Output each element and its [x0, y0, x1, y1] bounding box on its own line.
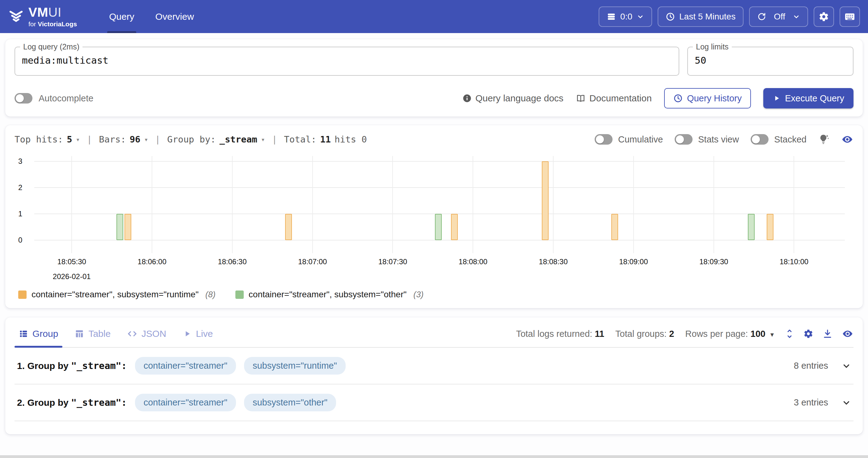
- x-gridline: [794, 156, 794, 253]
- group-row-2: 2. Group by "_stream": container="stream…: [14, 385, 854, 421]
- gear-icon: [818, 11, 829, 22]
- y-tick-label: 2: [18, 183, 22, 192]
- entries-count: 8 entries: [794, 361, 828, 371]
- victoriametrics-logo-icon: [8, 9, 24, 25]
- chevron-down-icon: [793, 13, 800, 21]
- lightbulb-sparkle-icon: [818, 134, 829, 145]
- eye-icon: [841, 133, 854, 146]
- tenant-value: 0:0: [620, 12, 632, 22]
- x-tick-label: 18:09:00: [619, 257, 648, 266]
- legend-swatch-other: [236, 291, 244, 299]
- x-tick-label: 18:06:30: [218, 257, 247, 266]
- chart-bar: [451, 214, 458, 240]
- top-hits-selector[interactable]: Top hits: 5 ▾: [14, 134, 80, 145]
- log-query-input[interactable]: [22, 55, 672, 66]
- expand-all-button[interactable]: [785, 329, 794, 338]
- x-gridline: [71, 156, 72, 253]
- tips-button[interactable]: [818, 134, 829, 145]
- separator: |: [272, 134, 277, 145]
- stream-pill[interactable]: container="streamer": [135, 357, 236, 374]
- x-tick-label: 18:08:00: [459, 257, 488, 266]
- nav-tab-query-label: Query: [109, 11, 134, 22]
- code-icon: [127, 329, 137, 339]
- bars-selector[interactable]: Bars: 96 ▾: [99, 134, 148, 145]
- x-gridline: [152, 156, 152, 253]
- group-row-1: 1. Group by "_stream": container="stream…: [14, 348, 854, 385]
- chart-bar: [285, 214, 292, 240]
- chart-panel: Top hits: 5 ▾ | Bars: 96 ▾ | Group by: _…: [5, 125, 863, 308]
- stacked-toggle[interactable]: [751, 134, 769, 145]
- unfold-icon: [785, 329, 794, 338]
- legend-item-runtime[interactable]: container="streamer", subsystem="runtime…: [18, 289, 216, 300]
- execute-query-button[interactable]: Execute Query: [763, 88, 854, 109]
- cumulative-toggle[interactable]: [595, 134, 613, 145]
- chart-plot[interactable]: 012318:05:302026-02-0118:06:0018:06:3018…: [34, 156, 845, 240]
- entries-count: 3 entries: [794, 397, 828, 408]
- time-range-value: Last 5 Minutes: [679, 12, 736, 22]
- chart-bar: [435, 214, 442, 240]
- download-button[interactable]: [823, 329, 833, 339]
- log-limits-fieldset: Log limits: [687, 47, 854, 76]
- query-history-button[interactable]: Query History: [664, 88, 751, 109]
- book-icon: [576, 93, 586, 103]
- x-tick-label: 18:08:30: [539, 257, 567, 266]
- x-tick-label: 18:06:00: [137, 257, 166, 266]
- play-icon: [773, 94, 781, 102]
- history-clock-icon: [673, 94, 683, 103]
- settings-button[interactable]: [814, 6, 834, 27]
- log-query-label: Log query (2ms): [20, 42, 83, 51]
- main-nav: Query Overview: [98, 0, 205, 33]
- tab-group[interactable]: Group: [14, 320, 62, 347]
- autorefresh-button[interactable]: Off: [749, 6, 808, 27]
- rows-per-page-selector[interactable]: Rows per page: 100 ▾: [685, 329, 774, 339]
- app-logo[interactable]: VMUI for VictoriaLogs: [8, 0, 86, 33]
- shortcuts-button[interactable]: [840, 6, 860, 27]
- log-limits-input[interactable]: [695, 55, 846, 66]
- stacked-label: Stacked: [774, 134, 807, 145]
- stats-view-toggle[interactable]: [675, 134, 692, 145]
- chart-visibility-button[interactable]: [841, 133, 854, 146]
- table-icon: [75, 329, 84, 338]
- chart-bar: [748, 214, 755, 240]
- autorefresh-value: Off: [771, 12, 788, 22]
- y-gridline: [34, 161, 845, 162]
- fields-visibility-button[interactable]: [842, 328, 854, 340]
- autocomplete-toggle[interactable]: [14, 93, 32, 103]
- horizontal-scrollbar-track[interactable]: [0, 455, 868, 458]
- chart-bar: [124, 214, 131, 240]
- documentation-link[interactable]: Documentation: [576, 93, 652, 103]
- query-language-docs-link[interactable]: Query language docs: [462, 93, 563, 103]
- chevron-down-icon: [637, 13, 644, 21]
- navbar: VMUI for VictoriaLogs Query Overview 0:0…: [0, 0, 868, 33]
- expand-group-chevron[interactable]: [842, 361, 851, 370]
- info-icon: [462, 94, 472, 103]
- refresh-icon: [757, 12, 766, 21]
- y-tick-label: 1: [18, 210, 22, 218]
- chart-bar: [542, 161, 549, 240]
- list-icon: [19, 329, 28, 338]
- y-gridline: [34, 187, 845, 188]
- tab-live[interactable]: Live: [179, 320, 217, 347]
- display-settings-button[interactable]: [803, 329, 813, 339]
- cumulative-label: Cumulative: [618, 134, 663, 145]
- stream-pill[interactable]: subsystem="other": [244, 394, 336, 411]
- stream-pill[interactable]: subsystem="runtime": [244, 357, 346, 374]
- group-by-selector[interactable]: Group by: _stream ▾: [167, 134, 265, 145]
- x-tick-label: 18:05:30: [58, 257, 86, 266]
- chart-bar: [611, 214, 618, 240]
- x-gridline: [232, 156, 232, 253]
- tab-table[interactable]: Table: [70, 320, 115, 347]
- keyboard-icon: [844, 11, 855, 22]
- tenant-selector-button[interactable]: 0:0: [599, 6, 652, 27]
- time-range-button[interactable]: Last 5 Minutes: [658, 6, 744, 27]
- expand-group-chevron[interactable]: [842, 398, 851, 407]
- legend-item-other[interactable]: container="streamer", subsystem="other" …: [236, 289, 424, 300]
- tab-json[interactable]: JSON: [123, 320, 170, 347]
- nav-tab-overview[interactable]: Overview: [145, 0, 205, 33]
- x-tick-label: 18:09:30: [699, 257, 728, 266]
- x-gridline: [553, 156, 554, 253]
- log-limits-label: Log limits: [693, 42, 732, 51]
- stream-pill[interactable]: container="streamer": [135, 394, 236, 411]
- nav-tab-query[interactable]: Query: [98, 0, 145, 33]
- separator: |: [155, 134, 160, 145]
